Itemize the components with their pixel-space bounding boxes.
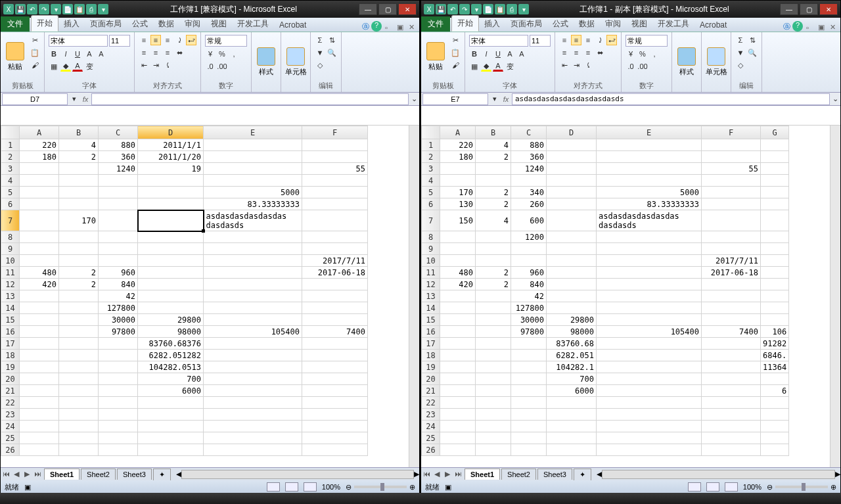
cell-E23[interactable]: [204, 409, 302, 421]
cell-B26[interactable]: [59, 444, 99, 456]
expand-formula-icon[interactable]: ⌄: [409, 94, 419, 104]
cell-B26[interactable]: [476, 444, 511, 456]
min-ribbon-icon[interactable]: ▫: [806, 24, 815, 32]
underline-button[interactable]: U: [493, 49, 503, 59]
cell-A3[interactable]: [440, 163, 476, 175]
last-sheet-icon[interactable]: ⏭: [453, 470, 463, 478]
cell-A7[interactable]: [20, 210, 59, 231]
cell-C4[interactable]: [511, 175, 547, 187]
border-icon[interactable]: ▦: [469, 61, 480, 72]
cell-D24[interactable]: [547, 421, 597, 432]
zoom-out-icon[interactable]: ⊖: [767, 483, 773, 492]
cell-D9[interactable]: [138, 243, 204, 255]
cell-F20[interactable]: [702, 373, 761, 385]
undo-icon[interactable]: ↶: [447, 4, 458, 14]
cell-C7[interactable]: [99, 210, 138, 231]
cell-F7[interactable]: [302, 210, 368, 231]
cell-A17[interactable]: [440, 338, 476, 350]
cell-D1[interactable]: 2011/1/1: [138, 139, 204, 151]
cell-A25[interactable]: [440, 432, 476, 444]
indent-inc-icon[interactable]: ⇥: [150, 60, 161, 70]
row-header-7[interactable]: 7: [422, 210, 440, 231]
cell-B6[interactable]: 2: [476, 198, 511, 210]
cell-F26[interactable]: [702, 444, 761, 456]
cell-E7[interactable]: asdasdasdasdasdasdasdasds: [204, 210, 302, 231]
qat-icon[interactable]: ▾: [51, 4, 61, 14]
cell-B15[interactable]: [59, 314, 99, 326]
cell-B17[interactable]: [476, 338, 511, 350]
cell-E18[interactable]: [597, 350, 702, 361]
cell-C18[interactable]: [511, 350, 547, 361]
prev-sheet-icon[interactable]: ◀: [432, 470, 442, 478]
find-icon[interactable]: 🔍: [747, 47, 758, 58]
cell-D13[interactable]: [138, 290, 204, 302]
cell-E15[interactable]: [597, 314, 702, 326]
cell-A12[interactable]: 420: [440, 279, 476, 290]
indent-dec-icon[interactable]: ⇤: [559, 60, 570, 70]
row-header-24[interactable]: 24: [422, 421, 440, 432]
cell-E9[interactable]: [597, 243, 702, 255]
home-tab[interactable]: 开始: [451, 15, 479, 32]
dev-tab[interactable]: 开发工具: [652, 16, 694, 32]
cell-C10[interactable]: [99, 255, 138, 267]
cell-C14[interactable]: 127800: [511, 302, 547, 314]
row-header-6[interactable]: 6: [422, 198, 440, 210]
cell-D15[interactable]: 29800: [547, 314, 597, 326]
restore-icon[interactable]: ▣: [818, 23, 827, 32]
row-header-7[interactable]: 7: [1, 210, 20, 231]
shrink-font-icon[interactable]: A: [516, 49, 527, 59]
cell-C24[interactable]: [511, 421, 547, 432]
cell-B25[interactable]: [476, 432, 511, 444]
maximize-button[interactable]: ▢: [800, 3, 818, 15]
layout-view-icon[interactable]: [706, 482, 719, 492]
cell-E8[interactable]: [204, 231, 302, 243]
acrobat-tab[interactable]: Acrobat: [694, 18, 732, 32]
cell-C5[interactable]: [99, 187, 138, 198]
cell-B18[interactable]: [476, 350, 511, 361]
cell-F14[interactable]: [702, 302, 761, 314]
normal-view-icon[interactable]: [688, 482, 701, 492]
row-header-15[interactable]: 15: [1, 314, 20, 326]
cell-C11[interactable]: 960: [99, 267, 138, 279]
cell-C24[interactable]: [99, 421, 138, 432]
fill-color-icon[interactable]: ◆: [60, 61, 71, 72]
cell-F4[interactable]: [702, 175, 761, 187]
cell-B5[interactable]: [59, 187, 99, 198]
align-top-icon[interactable]: ≡: [559, 35, 570, 45]
phonetic-icon[interactable]: 变: [84, 61, 95, 72]
row-header-17[interactable]: 17: [422, 338, 440, 350]
cut-icon[interactable]: ✂: [450, 35, 461, 45]
cell-C23[interactable]: [511, 409, 547, 421]
cell-A5[interactable]: 170: [440, 187, 476, 198]
cell-B16[interactable]: [59, 326, 99, 338]
shrink-font-icon[interactable]: A: [96, 49, 106, 59]
row-header-1[interactable]: 1: [422, 139, 440, 151]
cell-E16[interactable]: 105400: [597, 326, 702, 338]
undo-icon[interactable]: ↶: [27, 4, 37, 14]
cell-E14[interactable]: [204, 302, 302, 314]
cell-D19[interactable]: 104282.1: [547, 361, 597, 373]
find-icon[interactable]: 🔍: [327, 47, 337, 58]
help-icon[interactable]: ?: [371, 21, 382, 32]
cell-D21[interactable]: 6000: [547, 385, 597, 397]
cell-E19[interactable]: [597, 361, 702, 373]
cell-D12[interactable]: [547, 279, 597, 290]
col-header-F[interactable]: F: [702, 126, 761, 139]
cell-A19[interactable]: [440, 361, 476, 373]
cell-C7[interactable]: 600: [511, 210, 547, 231]
cell-G14[interactable]: [761, 302, 789, 314]
cell-E22[interactable]: [204, 397, 302, 409]
formulas-tab[interactable]: 公式: [127, 16, 153, 32]
cut-icon[interactable]: ✂: [30, 35, 40, 45]
cell-E13[interactable]: [597, 290, 702, 302]
cell-E10[interactable]: [597, 255, 702, 267]
clear-icon[interactable]: ◇: [735, 60, 746, 70]
formula-input[interactable]: asdasdasdasdasdasdasdasds: [512, 93, 830, 105]
new-sheet-icon[interactable]: ✦: [153, 469, 171, 480]
cell-B19[interactable]: [59, 361, 99, 373]
row-header-14[interactable]: 14: [1, 302, 20, 314]
cell-E7[interactable]: asdasdasdasdasdasdasdasds: [597, 210, 702, 231]
cell-G3[interactable]: [761, 163, 789, 175]
cell-F1[interactable]: [702, 139, 761, 151]
cell-A1[interactable]: 220: [20, 139, 59, 151]
